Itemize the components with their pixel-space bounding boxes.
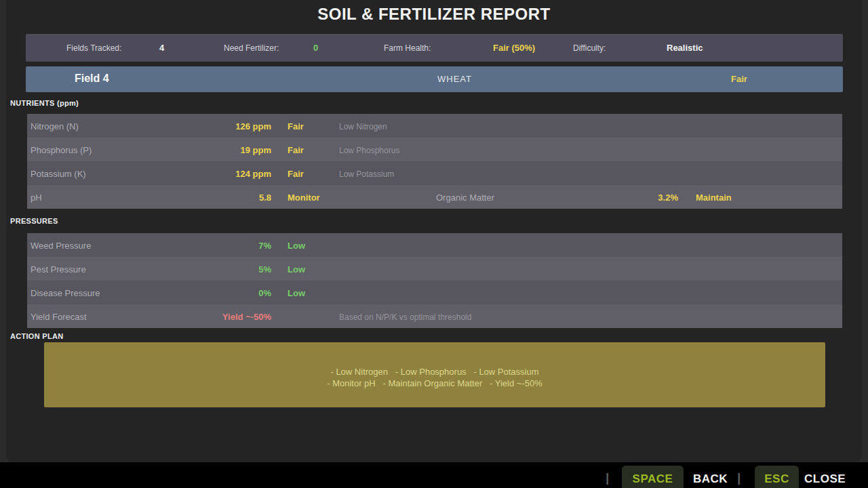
row-status: Low [288, 288, 305, 298]
row-note: Based on N/P/K vs optimal threshold [339, 312, 471, 322]
difficulty-value: Realistic [667, 43, 703, 53]
need-fertilizer-value: 0 [313, 43, 318, 53]
organic-matter-label: Organic Matter [436, 192, 494, 203]
row-label: Pest Pressure [31, 264, 86, 274]
field-name: Field 4 [75, 73, 109, 85]
row-value: 19 ppm [190, 145, 271, 155]
pressure-row-disease: Disease Pressure 0% Low [27, 281, 842, 304]
fields-tracked-label: Fields Tracked: [66, 43, 121, 53]
row-value: 126 ppm [190, 121, 271, 131]
space-key-button[interactable]: SPACE [622, 466, 684, 488]
page-title: SOIL & FERTILIZER REPORT [0, 5, 868, 24]
nutrient-row-potassium: Potassium (K) 124 ppm Fair Low Potassium [27, 161, 842, 185]
nutrient-row-nitrogen: Nitrogen (N) 126 ppm Fair Low Nitrogen [27, 114, 842, 138]
row-label: Disease Pressure [31, 288, 100, 298]
action-plan-line-1: - Low Nitrogen - Low Phosphorus - Low Po… [44, 366, 825, 378]
field-header-row[interactable]: Field 4 WHEAT Fair [26, 66, 843, 92]
row-note: Low Potassium [339, 169, 394, 179]
farm-health-value: Fair (50%) [493, 43, 535, 53]
row-status: Fair [288, 145, 304, 155]
need-fertilizer-label: Need Fertilizer: [224, 43, 279, 53]
row-label: Potassium (K) [31, 169, 86, 179]
row-value: 7% [190, 241, 271, 251]
pressure-row-weed: Weed Pressure 7% Low [27, 233, 842, 257]
row-value: 5.8 [190, 192, 271, 203]
pressure-row-pest: Pest Pressure 5% Low [27, 257, 842, 281]
row-status: Fair [288, 121, 304, 131]
action-plan-line-2: - Monitor pH - Maintain Organic Matter -… [44, 378, 825, 389]
row-label: Phosphorus (P) [31, 145, 92, 155]
nutrient-row-ph: pH 5.8 Monitor Organic Matter 3.2% Maint… [27, 185, 842, 209]
pressures-section-label: PRESSURES [10, 217, 58, 225]
farm-health-label: Farm Health: [384, 43, 431, 53]
row-label: pH [31, 192, 42, 203]
close-button[interactable]: CLOSE [804, 472, 846, 486]
row-value: 124 ppm [190, 169, 271, 179]
row-status: Low [288, 241, 305, 251]
row-label: Weed Pressure [31, 241, 91, 251]
fields-tracked-value: 4 [159, 43, 164, 53]
row-label: Yield Forecast [31, 312, 87, 322]
action-plan-section-label: ACTION PLAN [10, 332, 63, 340]
difficulty-label: Difficulty: [573, 43, 606, 53]
field-status: Fair [731, 74, 747, 84]
row-value: Yield ~-50% [190, 312, 271, 322]
nutrient-row-phosphorus: Phosphorus (P) 19 ppm Fair Low Phosphoru… [27, 138, 842, 161]
footer-separator-1: | [606, 470, 609, 485]
row-status: Monitor [288, 192, 320, 203]
row-value: 0% [190, 288, 271, 298]
row-value: 5% [190, 264, 271, 274]
yield-forecast-row: Yield Forecast Yield ~-50% Based on N/P/… [27, 304, 842, 328]
nutrients-section-label: NUTRIENTS (ppm) [10, 99, 79, 107]
action-plan-box: - Low Nitrogen - Low Phosphorus - Low Po… [44, 342, 825, 407]
organic-matter-status: Maintain [696, 192, 732, 203]
organic-matter-value: 3.2% [624, 192, 678, 203]
esc-key-button[interactable]: ESC [755, 466, 799, 488]
back-button[interactable]: BACK [693, 472, 728, 486]
row-status: Low [288, 264, 305, 274]
row-status: Fair [288, 169, 304, 179]
footer-separator-2: | [737, 470, 741, 485]
row-note: Low Nitrogen [339, 122, 387, 131]
row-label: Nitrogen (N) [31, 121, 79, 131]
field-crop: WHEAT [437, 74, 472, 84]
farm-stats-bar: Fields Tracked: 4 Need Fertilizer: 0 Far… [26, 34, 843, 62]
row-note: Low Phosphorus [339, 146, 399, 155]
